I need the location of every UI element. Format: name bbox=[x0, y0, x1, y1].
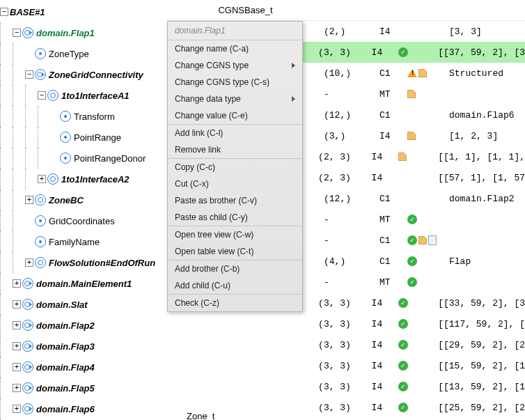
tree-node-label[interactable]: 1to1InterfaceA2 bbox=[61, 174, 130, 185]
menu-item[interactable]: Change name (C-a) bbox=[168, 40, 302, 57]
tree-node-label[interactable]: ZoneType bbox=[49, 49, 89, 59]
tree-node-label[interactable]: domain.MainElement1 bbox=[36, 279, 132, 289]
tree-node-label[interactable]: Transform bbox=[74, 111, 115, 122]
collapse-icon[interactable]: − bbox=[38, 91, 46, 100]
tag-icon bbox=[418, 236, 427, 244]
tree-node-label[interactable]: ZoneBC bbox=[49, 195, 84, 205]
cell-datatype: I4 bbox=[379, 26, 407, 37]
table-row[interactable]: (3, 3)I4[[117, 59, 2], [ bbox=[167, 313, 525, 334]
collapse-icon[interactable]: − bbox=[13, 29, 21, 37]
tree-node-label[interactable]: ZoneGridConnectivity bbox=[49, 70, 143, 80]
tree-node-label[interactable]: GridCoordinates bbox=[49, 216, 115, 226]
expand-icon[interactable]: + bbox=[13, 279, 21, 288]
expand-icon[interactable]: + bbox=[13, 405, 21, 413]
tree-node-label[interactable]: FlowSolution#EndOfRun bbox=[49, 258, 155, 268]
menu-item[interactable]: Open table view (C-t) bbox=[168, 243, 302, 260]
table-row[interactable]: (3, 3)I4[[29, 59, 2], [2 bbox=[167, 334, 525, 355]
tree-node[interactable]: +domain.Flap6 bbox=[0, 398, 167, 419]
tree-node[interactable]: −BASE#1 bbox=[0, 1, 167, 22]
menu-item[interactable]: Check (C-z) bbox=[168, 295, 302, 311]
expand-icon[interactable]: + bbox=[13, 363, 21, 371]
tree-node[interactable]: PointRange bbox=[0, 127, 167, 148]
tree-node[interactable]: +1to1InterfaceA2 bbox=[0, 169, 167, 189]
table-row[interactable]: (3, 3)I4[[15, 59, 2], [1 bbox=[167, 355, 525, 376]
tree-node-label[interactable]: 1to1InterfaceA1 bbox=[61, 91, 130, 101]
menu-item[interactable]: Change value (C-e) bbox=[168, 107, 302, 124]
node-icon bbox=[47, 173, 58, 185]
cell-value: [[25, 59, 2], [2 bbox=[438, 403, 525, 413]
tree-view[interactable]: −BASE#1−domain.Flap1ZoneType−ZoneGridCon… bbox=[0, 0, 167, 420]
expand-icon[interactable]: + bbox=[13, 342, 21, 350]
node-icon bbox=[35, 194, 46, 205]
cell-dimensions: (2, 3) bbox=[318, 173, 371, 183]
node-icon bbox=[35, 257, 46, 268]
expand-icon[interactable]: + bbox=[13, 300, 21, 309]
expand-icon[interactable]: + bbox=[38, 175, 46, 183]
tree-node-label[interactable]: domain.Flap5 bbox=[36, 383, 95, 394]
tree-node-label[interactable]: domain.Flap2 bbox=[36, 320, 95, 331]
tag-icon bbox=[407, 132, 416, 140]
menu-item[interactable]: Change CGNS type (C-s) bbox=[168, 74, 302, 91]
tree-node[interactable]: +domain.Flap3 bbox=[0, 336, 167, 357]
cell-status-icons bbox=[398, 361, 438, 371]
menu-item[interactable]: Paste as child (C-y) bbox=[168, 209, 302, 226]
tree-node[interactable]: +domain.Flap4 bbox=[0, 357, 167, 378]
tree-node[interactable]: GridCoordinates bbox=[0, 210, 167, 231]
collapse-icon[interactable]: − bbox=[25, 70, 33, 79]
cell-status-icons bbox=[398, 153, 438, 161]
cell-value: [[37, 59, 2], [3 bbox=[438, 47, 525, 58]
tree-node-label[interactable]: FamilyName bbox=[49, 237, 100, 247]
expand-icon[interactable]: + bbox=[25, 258, 33, 267]
expand-icon[interactable]: + bbox=[25, 196, 33, 204]
node-icon bbox=[22, 403, 33, 414]
tree-node[interactable]: +domain.Flap5 bbox=[0, 378, 167, 398]
tree-node[interactable]: +domain.Flap2 bbox=[0, 315, 167, 336]
cell-dimensions: (12,) bbox=[324, 110, 379, 120]
tree-node-label[interactable]: domain.Flap3 bbox=[36, 341, 95, 352]
tree-node-label[interactable]: domain.Slat bbox=[36, 300, 88, 310]
node-icon bbox=[35, 69, 46, 80]
tree-node-label[interactable]: domain.Flap4 bbox=[36, 362, 95, 373]
expand-icon[interactable]: + bbox=[13, 384, 21, 392]
tree-node[interactable]: FamilyName bbox=[0, 231, 167, 252]
table-row[interactable]: (3, 3)I4[[25, 59, 2], [2 bbox=[167, 397, 525, 418]
context-menu[interactable]: domain.Flap1 Change name (C-a)Change CGN… bbox=[167, 21, 303, 312]
menu-item-label: Paste as brother (C-v) bbox=[175, 196, 257, 205]
tree-node-label[interactable]: domain.Flap1 bbox=[36, 28, 95, 38]
cell-status-icons bbox=[398, 298, 438, 308]
expand-icon[interactable]: + bbox=[13, 321, 21, 329]
tree-node[interactable]: +ZoneBC bbox=[0, 189, 167, 210]
menu-item-label: Change data type bbox=[175, 94, 241, 104]
tree-node-label[interactable]: PointRangeDonor bbox=[74, 153, 146, 164]
tree-node-label[interactable]: PointRange bbox=[74, 132, 121, 143]
tree-node[interactable]: ZoneType bbox=[0, 43, 167, 64]
check-icon bbox=[407, 215, 417, 224]
tag-icon bbox=[398, 153, 407, 161]
table-row[interactable]: (3, 3)I4[[13, 59, 2], [1 bbox=[167, 376, 525, 397]
collapse-icon[interactable]: − bbox=[0, 8, 8, 16]
menu-item[interactable]: Cut (C-x) bbox=[168, 176, 302, 192]
menu-item[interactable]: Remove link bbox=[168, 141, 302, 158]
tree-node[interactable]: +domain.Slat bbox=[0, 294, 167, 315]
menu-item[interactable]: Paste as brother (C-v) bbox=[168, 192, 302, 209]
cell-value: Structured bbox=[449, 68, 525, 79]
menu-item[interactable]: Change data type bbox=[168, 91, 302, 107]
tree-node[interactable]: −1to1InterfaceA1 bbox=[0, 85, 167, 106]
menu-item[interactable]: Copy (C-c) bbox=[168, 159, 302, 176]
cell-value: [[117, 59, 2], [ bbox=[438, 319, 525, 329]
tree-node[interactable]: PointRangeDonor bbox=[0, 148, 167, 169]
cell-datatype: MT bbox=[379, 277, 407, 288]
cell-status-icons bbox=[407, 69, 449, 77]
menu-item[interactable]: Add link (C-l) bbox=[168, 125, 302, 141]
menu-item[interactable]: Add brother (C-b) bbox=[168, 260, 302, 277]
tree-node[interactable]: +domain.MainElement1 bbox=[0, 273, 167, 294]
tree-node[interactable]: −ZoneGridConnectivity bbox=[0, 64, 167, 85]
menu-item[interactable]: Change CGNS type bbox=[168, 57, 302, 74]
menu-item[interactable]: Add child (C-u) bbox=[168, 277, 302, 294]
tree-node[interactable]: −domain.Flap1 bbox=[0, 22, 167, 43]
tree-node[interactable]: +FlowSolution#EndOfRun bbox=[0, 252, 167, 273]
tree-node-label[interactable]: BASE#1 bbox=[10, 7, 45, 17]
menu-item[interactable]: Open tree view (C-w) bbox=[168, 226, 302, 243]
tree-node[interactable]: Transform bbox=[0, 106, 167, 127]
tree-node-label[interactable]: domain.Flap6 bbox=[36, 404, 95, 414]
